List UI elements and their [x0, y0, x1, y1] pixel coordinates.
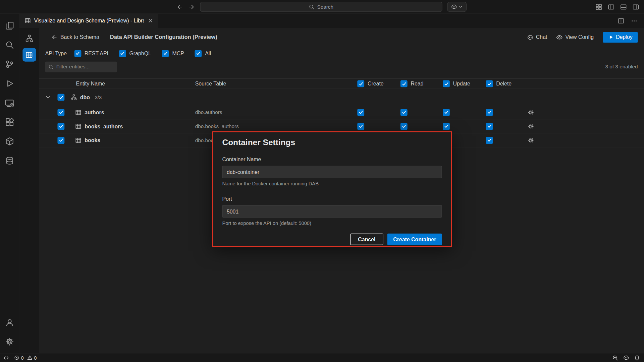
toggle-primary-sidebar-icon[interactable]	[608, 3, 614, 10]
schema-group-row: dbo 3/3	[39, 89, 644, 106]
navigate-back-icon[interactable]	[177, 3, 183, 10]
column-delete: Delete	[496, 81, 512, 87]
problems-indicator[interactable]: 0 0	[14, 355, 37, 361]
all-checkbox[interactable]	[195, 50, 202, 57]
vscode-window: Search	[0, 0, 644, 362]
api-type-label: API Type	[45, 50, 67, 56]
port-input[interactable]	[222, 205, 442, 218]
row-settings-gear-icon[interactable]	[528, 109, 534, 115]
remote-indicator-icon[interactable]	[3, 355, 9, 361]
rest-api-checkbox[interactable]	[74, 50, 81, 57]
deploy-button-label: Deploy	[616, 34, 633, 40]
enabled-count: 3 of 3 enabled	[605, 64, 638, 70]
dab-config-view-icon[interactable]	[22, 48, 36, 61]
entity-name: authors	[85, 109, 104, 115]
activity-bar	[0, 13, 19, 353]
warnings-icon	[27, 355, 32, 360]
update-all-checkbox[interactable]	[443, 80, 450, 87]
cancel-button[interactable]: Cancel	[350, 234, 383, 245]
group-count: 3/3	[95, 95, 102, 100]
more-actions-icon[interactable]	[631, 17, 638, 24]
extensions-icon[interactable]	[0, 113, 19, 132]
search-sidebar-icon[interactable]	[0, 35, 19, 55]
row-select-checkbox[interactable]	[57, 123, 64, 130]
toggle-secondary-sidebar-icon[interactable]	[633, 3, 639, 10]
copilot-icon	[451, 4, 457, 10]
containers-icon[interactable]	[0, 132, 19, 151]
schema-designer-tab-icon	[24, 18, 31, 24]
zoom-icon[interactable]	[612, 355, 618, 361]
delete-all-checkbox[interactable]	[486, 80, 493, 87]
port-help: Port to expose the API on (default: 5000…	[222, 221, 442, 226]
error-count: 0	[21, 355, 23, 361]
play-icon	[608, 35, 613, 40]
customize-layout-icon[interactable]	[596, 3, 602, 10]
rest-api-label: REST API	[85, 50, 108, 56]
row-settings-gear-icon[interactable]	[528, 137, 534, 143]
source-table: dbo.authors	[195, 109, 222, 115]
container-settings-dialog: Container Settings Container Name Name f…	[212, 131, 452, 247]
group-select-checkbox[interactable]	[57, 94, 64, 101]
arrow-left-icon	[51, 34, 57, 40]
create-checkbox[interactable]	[357, 123, 364, 130]
entity-name: books_authors	[85, 123, 123, 129]
filter-entities-input[interactable]	[56, 64, 114, 70]
container-name-help: Name for the Docker container running DA…	[222, 181, 442, 187]
chat-button-label: Chat	[536, 34, 547, 40]
create-checkbox[interactable]	[357, 109, 364, 116]
entity-filter-row: 3 of 3 enabled	[39, 60, 644, 74]
filter-search-icon	[48, 64, 54, 70]
source-control-icon[interactable]	[0, 55, 19, 74]
deploy-button[interactable]: Deploy	[603, 32, 638, 43]
copilot-menu-button[interactable]	[447, 2, 467, 12]
close-tab-icon[interactable]	[148, 18, 154, 24]
entity-name: books	[85, 137, 100, 143]
row-select-checkbox[interactable]	[57, 109, 64, 116]
command-center-search[interactable]: Search	[200, 2, 442, 12]
database-icon[interactable]	[0, 151, 19, 171]
explorer-icon[interactable]	[0, 16, 19, 36]
chat-button[interactable]: Chat	[527, 34, 547, 41]
account-icon[interactable]	[0, 313, 19, 332]
rest-api-filter: REST API	[74, 50, 108, 57]
back-to-schema-link[interactable]: Back to Schema	[51, 34, 99, 40]
tab-title: Visualize and Design Schema (Preview) - …	[34, 18, 144, 24]
titlebar: Search	[0, 0, 644, 13]
row-settings-gear-icon[interactable]	[528, 123, 534, 129]
create-container-button[interactable]: Create Container	[387, 234, 442, 245]
update-checkbox[interactable]	[443, 123, 450, 130]
schema-view-icon[interactable]	[22, 32, 36, 45]
toggle-panel-icon[interactable]	[620, 3, 627, 10]
mcp-filter: MCP	[162, 50, 184, 57]
graphql-filter: GraphQL	[119, 50, 151, 57]
graphql-checkbox[interactable]	[119, 50, 126, 57]
tab-visualize-design-schema[interactable]: Visualize and Design Schema (Preview) - …	[19, 13, 158, 28]
column-create: Create	[368, 81, 384, 87]
view-config-button[interactable]: View Config	[556, 34, 594, 41]
navigate-forward-icon[interactable]	[188, 3, 195, 10]
container-name-label: Container Name	[222, 157, 442, 163]
delete-checkbox[interactable]	[486, 123, 493, 130]
collapse-group-icon[interactable]	[45, 95, 51, 100]
eye-icon	[556, 34, 563, 41]
split-editor-icon[interactable]	[618, 17, 625, 24]
remote-explorer-icon[interactable]	[0, 93, 19, 113]
port-label: Port	[222, 196, 442, 202]
create-all-checkbox[interactable]	[357, 80, 364, 87]
run-debug-icon[interactable]	[0, 74, 19, 93]
read-checkbox[interactable]	[400, 109, 408, 116]
update-checkbox[interactable]	[443, 109, 450, 116]
mcp-checkbox[interactable]	[162, 50, 169, 57]
schema-sitemap-icon	[71, 94, 77, 100]
read-checkbox[interactable]	[400, 123, 408, 130]
settings-gear-icon[interactable]	[0, 332, 19, 352]
copilot-status-icon[interactable]	[623, 355, 629, 361]
delete-checkbox[interactable]	[486, 137, 493, 144]
column-update: Update	[453, 81, 470, 87]
dialog-title: Container Settings	[222, 138, 442, 147]
container-name-input[interactable]	[222, 166, 442, 178]
delete-checkbox[interactable]	[486, 109, 493, 116]
row-select-checkbox[interactable]	[57, 137, 64, 144]
notifications-bell-icon[interactable]	[634, 355, 640, 361]
read-all-checkbox[interactable]	[400, 80, 408, 87]
